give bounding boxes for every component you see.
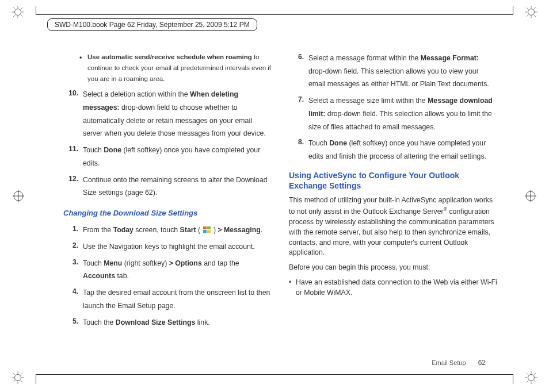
- page-number: 62: [478, 359, 486, 367]
- bullet-item: Have an established data connection to t…: [289, 278, 497, 298]
- svg-line-17: [527, 15, 529, 17]
- book-header: SWD-M100.book Page 62 Friday, September …: [47, 18, 257, 31]
- item-body: Select a message size limit within the M…: [308, 94, 497, 133]
- item-body: Continue onto the remaining screens to a…: [83, 174, 272, 199]
- svg-line-7: [21, 7, 23, 10]
- svg-line-25: [21, 373, 23, 375]
- item-number: 10.: [63, 88, 83, 140]
- svg-line-23: [13, 373, 16, 375]
- bullet-text: Use automatic send/receive schedule when…: [87, 53, 271, 82]
- page-footer: Email Setup 62: [432, 359, 486, 367]
- footer-section: Email Setup: [432, 359, 466, 366]
- svg-rect-44: [203, 230, 207, 233]
- item-number: 1.: [63, 224, 83, 237]
- item-body: Touch the Download Size Settings link.: [83, 316, 272, 329]
- corner-mark-icon: [525, 6, 537, 18]
- list-item: 10. Select a deletion action within the …: [63, 88, 272, 140]
- crop-tick: [36, 375, 36, 384]
- corner-mark-icon: [12, 6, 24, 18]
- bullet-item: • Use automatic send/receive schedule wh…: [87, 52, 272, 84]
- svg-line-5: [13, 7, 16, 10]
- left-column: • Use automatic send/receive schedule wh…: [63, 52, 272, 358]
- item-body: Use the Navigation keys to highlight the…: [83, 240, 272, 253]
- item-body: Select a deletion action within the When…: [83, 88, 272, 140]
- svg-point-27: [528, 375, 535, 381]
- subheading: Changing the Download Size Settings: [63, 207, 272, 219]
- svg-line-35: [527, 381, 529, 383]
- svg-point-18: [15, 375, 21, 381]
- paragraph: Before you can begin this process, you m…: [289, 263, 497, 273]
- list-item: 6. Select a message format within the Me…: [289, 52, 497, 91]
- svg-rect-45: [207, 230, 211, 233]
- item-number: 5.: [63, 316, 83, 329]
- item-number: 6.: [289, 52, 308, 91]
- corner-mark-icon: [525, 371, 537, 384]
- crop-tick: [513, 6, 513, 15]
- item-number: 2.: [63, 240, 83, 253]
- item-number: 11.: [63, 144, 83, 170]
- svg-rect-43: [207, 226, 211, 229]
- paragraph: This method of utilizing your built-in A…: [289, 195, 497, 258]
- item-number: 4.: [63, 286, 83, 312]
- page-body: • Use automatic send/receive schedule wh…: [63, 52, 497, 358]
- svg-point-0: [15, 9, 21, 16]
- svg-line-24: [21, 381, 23, 383]
- item-number: 7.: [289, 94, 308, 133]
- item-body: Tap the desired email account from the o…: [83, 286, 272, 312]
- registration-mark-icon: [525, 190, 536, 202]
- svg-line-14: [527, 7, 529, 10]
- item-body: Select a message format within the Messa…: [308, 52, 497, 91]
- list-item: 11. Touch Done (left softkey) once you h…: [63, 144, 272, 170]
- list-item: 8. Touch Done (left softkey) once you ha…: [289, 137, 497, 163]
- list-item: 5. Touch the Download Size Settings link…: [63, 316, 272, 329]
- list-item: 7. Select a message size limit within th…: [289, 94, 497, 133]
- svg-line-6: [21, 15, 23, 17]
- list-item: 3. Touch Menu (right softkey) > Options …: [63, 257, 272, 283]
- list-item: 12. Continue onto the remaining screens …: [63, 174, 272, 199]
- svg-line-8: [13, 15, 16, 17]
- corner-mark-icon: [12, 371, 24, 384]
- item-number: 8.: [289, 137, 308, 163]
- item-body: Touch Done (left softkey) once you have …: [308, 137, 497, 163]
- list-item: 2. Use the Navigation keys to highlight …: [63, 240, 272, 253]
- svg-point-9: [528, 9, 535, 16]
- windows-start-icon: [203, 225, 212, 233]
- item-body: From the Today screen, touch Start ( ) >…: [83, 224, 272, 237]
- crop-tick: [36, 6, 36, 15]
- item-body: Touch Menu (right softkey) > Options and…: [83, 257, 272, 283]
- svg-line-16: [534, 7, 536, 10]
- svg-rect-42: [203, 226, 207, 229]
- svg-line-32: [527, 373, 529, 375]
- svg-line-33: [534, 381, 536, 383]
- item-number: 12.: [63, 174, 83, 199]
- item-body: Touch Done (left softkey) once you have …: [83, 144, 272, 170]
- list-item: 4. Tap the desired email account from th…: [63, 286, 272, 312]
- section-heading: Using ActiveSync to Configure Your Outlo…: [289, 170, 497, 191]
- svg-line-26: [13, 381, 16, 383]
- registration-mark-icon: [13, 190, 24, 202]
- crop-tick: [513, 375, 513, 384]
- list-item: 1. From the Today screen, touch Start ( …: [63, 224, 272, 237]
- item-number: 3.: [63, 257, 83, 283]
- svg-line-15: [534, 15, 536, 17]
- svg-line-34: [534, 373, 536, 375]
- right-column: 6. Select a message format within the Me…: [289, 52, 497, 358]
